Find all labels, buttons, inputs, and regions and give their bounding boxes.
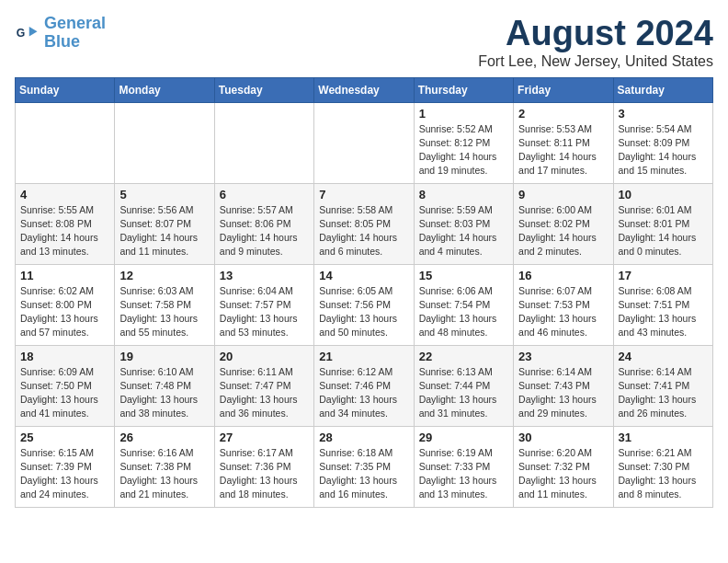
day-info: Sunrise: 6:03 AMSunset: 7:58 PMDaylight:… (119, 284, 209, 340)
weekday-header-saturday: Saturday (613, 77, 712, 102)
calendar-cell: 16Sunrise: 6:07 AMSunset: 7:53 PMDayligh… (514, 264, 613, 345)
calendar-cell: 7Sunrise: 5:58 AMSunset: 8:05 PMDaylight… (314, 183, 414, 264)
calendar-cell: 13Sunrise: 6:04 AMSunset: 7:57 PMDayligh… (214, 264, 313, 345)
day-info: Sunrise: 6:14 AMSunset: 7:43 PMDaylight:… (518, 365, 608, 421)
calendar-cell: 8Sunrise: 5:59 AMSunset: 8:03 PMDaylight… (414, 183, 513, 264)
day-info: Sunrise: 6:05 AMSunset: 7:56 PMDaylight:… (319, 284, 408, 340)
calendar-cell: 5Sunrise: 5:56 AMSunset: 8:07 PMDaylight… (115, 183, 214, 264)
calendar-cell: 29Sunrise: 6:19 AMSunset: 7:33 PMDayligh… (414, 426, 513, 507)
day-info: Sunrise: 6:01 AMSunset: 8:01 PMDaylight:… (619, 203, 708, 259)
week-row-2: 4Sunrise: 5:55 AMSunset: 8:08 PMDaylight… (16, 183, 713, 264)
calendar-cell (115, 102, 214, 183)
logo: G General Blue (15, 15, 106, 52)
day-info: Sunrise: 6:08 AMSunset: 7:51 PMDaylight:… (619, 284, 708, 340)
day-info: Sunrise: 5:55 AMSunset: 8:08 PMDaylight:… (20, 203, 109, 259)
day-number: 27 (220, 431, 309, 444)
day-number: 8 (419, 188, 508, 201)
day-number: 11 (20, 269, 109, 282)
weekday-header-row: SundayMondayTuesdayWednesdayThursdayFrid… (16, 77, 713, 102)
calendar-cell: 14Sunrise: 6:05 AMSunset: 7:56 PMDayligh… (314, 264, 414, 345)
day-info: Sunrise: 5:57 AMSunset: 8:06 PMDaylight:… (220, 203, 309, 259)
day-info: Sunrise: 6:20 AMSunset: 7:32 PMDaylight:… (518, 446, 608, 502)
day-info: Sunrise: 5:59 AMSunset: 8:03 PMDaylight:… (419, 203, 508, 259)
day-number: 26 (119, 431, 209, 444)
month-title: August 2024 (478, 15, 713, 53)
day-number: 24 (619, 350, 708, 363)
calendar-cell: 6Sunrise: 5:57 AMSunset: 8:06 PMDaylight… (214, 183, 313, 264)
calendar-cell: 1Sunrise: 5:52 AMSunset: 8:12 PMDaylight… (414, 102, 513, 183)
calendar-cell: 23Sunrise: 6:14 AMSunset: 7:43 PMDayligh… (514, 345, 613, 426)
day-number: 25 (20, 431, 109, 444)
day-info: Sunrise: 6:02 AMSunset: 8:00 PMDaylight:… (20, 284, 109, 340)
calendar-cell: 11Sunrise: 6:02 AMSunset: 8:00 PMDayligh… (16, 264, 115, 345)
week-row-5: 25Sunrise: 6:15 AMSunset: 7:39 PMDayligh… (16, 426, 713, 507)
day-info: Sunrise: 6:14 AMSunset: 7:41 PMDaylight:… (619, 365, 708, 421)
day-info: Sunrise: 5:54 AMSunset: 8:09 PMDaylight:… (619, 122, 708, 178)
day-number: 1 (419, 107, 508, 121)
day-info: Sunrise: 6:11 AMSunset: 7:47 PMDaylight:… (220, 365, 309, 421)
calendar-cell: 17Sunrise: 6:08 AMSunset: 7:51 PMDayligh… (613, 264, 712, 345)
calendar-cell: 20Sunrise: 6:11 AMSunset: 7:47 PMDayligh… (214, 345, 313, 426)
day-number: 18 (20, 350, 109, 363)
location-title: Fort Lee, New Jersey, United States (478, 53, 713, 70)
calendar-cell: 27Sunrise: 6:17 AMSunset: 7:36 PMDayligh… (214, 426, 313, 507)
weekday-header-wednesday: Wednesday (314, 77, 414, 102)
day-info: Sunrise: 5:52 AMSunset: 8:12 PMDaylight:… (419, 122, 508, 178)
calendar-cell: 2Sunrise: 5:53 AMSunset: 8:11 PMDaylight… (514, 102, 613, 183)
week-row-4: 18Sunrise: 6:09 AMSunset: 7:50 PMDayligh… (16, 345, 713, 426)
day-number: 31 (619, 431, 708, 444)
calendar-cell: 26Sunrise: 6:16 AMSunset: 7:38 PMDayligh… (115, 426, 214, 507)
day-number: 14 (319, 269, 408, 282)
svg-text:G: G (17, 26, 26, 39)
day-number: 19 (119, 350, 209, 363)
day-info: Sunrise: 6:12 AMSunset: 7:46 PMDaylight:… (319, 365, 408, 421)
day-number: 6 (220, 188, 309, 201)
day-number: 7 (319, 188, 408, 201)
day-number: 17 (619, 269, 708, 282)
day-info: Sunrise: 6:19 AMSunset: 7:33 PMDaylight:… (419, 446, 508, 502)
day-info: Sunrise: 5:58 AMSunset: 8:05 PMDaylight:… (319, 203, 408, 259)
weekday-header-sunday: Sunday (16, 77, 115, 102)
day-number: 20 (220, 350, 309, 363)
day-number: 21 (319, 350, 408, 363)
calendar-cell: 10Sunrise: 6:01 AMSunset: 8:01 PMDayligh… (613, 183, 712, 264)
calendar-cell: 22Sunrise: 6:13 AMSunset: 7:44 PMDayligh… (414, 345, 513, 426)
calendar-cell: 30Sunrise: 6:20 AMSunset: 7:32 PMDayligh… (514, 426, 613, 507)
weekday-header-thursday: Thursday (414, 77, 513, 102)
calendar-cell: 21Sunrise: 6:12 AMSunset: 7:46 PMDayligh… (314, 345, 414, 426)
calendar-cell: 19Sunrise: 6:10 AMSunset: 7:48 PMDayligh… (115, 345, 214, 426)
calendar-cell: 12Sunrise: 6:03 AMSunset: 7:58 PMDayligh… (115, 264, 214, 345)
calendar-table: SundayMondayTuesdayWednesdayThursdayFrid… (15, 77, 713, 508)
day-info: Sunrise: 6:09 AMSunset: 7:50 PMDaylight:… (20, 365, 109, 421)
day-number: 28 (319, 431, 408, 444)
day-number: 3 (619, 107, 708, 121)
page-header: G General Blue August 2024 Fort Lee, New… (15, 15, 713, 70)
week-row-3: 11Sunrise: 6:02 AMSunset: 8:00 PMDayligh… (16, 264, 713, 345)
week-row-1: 1Sunrise: 5:52 AMSunset: 8:12 PMDaylight… (16, 102, 713, 183)
calendar-cell (314, 102, 414, 183)
day-info: Sunrise: 6:17 AMSunset: 7:36 PMDaylight:… (220, 446, 309, 502)
calendar-cell: 4Sunrise: 5:55 AMSunset: 8:08 PMDaylight… (16, 183, 115, 264)
weekday-header-tuesday: Tuesday (214, 77, 313, 102)
day-number: 22 (419, 350, 508, 363)
day-info: Sunrise: 6:13 AMSunset: 7:44 PMDaylight:… (419, 365, 508, 421)
calendar-cell: 15Sunrise: 6:06 AMSunset: 7:54 PMDayligh… (414, 264, 513, 345)
title-area: August 2024 Fort Lee, New Jersey, United… (478, 15, 713, 70)
day-number: 13 (220, 269, 309, 282)
calendar-cell: 28Sunrise: 6:18 AMSunset: 7:35 PMDayligh… (314, 426, 414, 507)
day-info: Sunrise: 6:21 AMSunset: 7:30 PMDaylight:… (619, 446, 708, 502)
day-info: Sunrise: 6:15 AMSunset: 7:39 PMDaylight:… (20, 446, 109, 502)
logo-text: General Blue (44, 15, 106, 52)
weekday-header-monday: Monday (115, 77, 214, 102)
day-number: 2 (518, 107, 608, 121)
svg-marker-2 (29, 27, 38, 37)
logo-icon: G (15, 20, 40, 46)
day-info: Sunrise: 5:56 AMSunset: 8:07 PMDaylight:… (119, 203, 209, 259)
calendar-cell: 3Sunrise: 5:54 AMSunset: 8:09 PMDaylight… (613, 102, 712, 183)
day-number: 4 (20, 188, 109, 201)
day-number: 29 (419, 431, 508, 444)
day-number: 16 (518, 269, 608, 282)
calendar-cell (214, 102, 313, 183)
day-info: Sunrise: 6:16 AMSunset: 7:38 PMDaylight:… (119, 446, 209, 502)
day-info: Sunrise: 6:18 AMSunset: 7:35 PMDaylight:… (319, 446, 408, 502)
